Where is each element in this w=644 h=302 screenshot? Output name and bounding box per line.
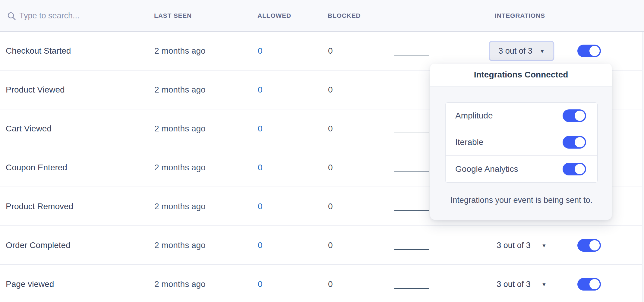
event-name: Checkout Started: [6, 46, 71, 56]
last-seen-value: 2 months ago: [154, 85, 206, 95]
blocked-count: 0: [328, 163, 333, 172]
event-name: Product Viewed: [6, 85, 65, 95]
integrations-dropdown[interactable]: 3 out of 3 ▼: [497, 279, 546, 289]
blocked-count: 0: [328, 241, 333, 250]
popover-body: Amplitude Iterable Google Analytics Inte…: [430, 87, 612, 205]
volume-dash-line: [394, 94, 429, 95]
volume-dash-line: [394, 210, 429, 211]
allowed-count-link[interactable]: 0: [258, 46, 263, 56]
integration-row: Iterable: [446, 129, 597, 156]
row-toggle[interactable]: [577, 278, 601, 291]
last-seen-value: 2 months ago: [154, 124, 206, 134]
integrations-dropdown-label: 3 out of 3: [498, 46, 532, 55]
events-table-page: LAST SEEN ALLOWED BLOCKED INTEGRATIONS C…: [0, 0, 644, 302]
integrations-dropdown-label: 3 out of 3: [497, 241, 531, 250]
allowed-count-link[interactable]: 0: [258, 163, 263, 172]
last-seen-value: 2 months ago: [154, 279, 206, 289]
last-seen-value: 2 months ago: [154, 241, 206, 250]
column-header-integrations: INTEGRATIONS: [495, 12, 545, 19]
blocked-count: 0: [328, 85, 333, 95]
event-name: Page viewed: [6, 279, 54, 289]
integrations-dropdown[interactable]: 3 out of 3 ▼: [489, 41, 554, 61]
column-header-allowed: ALLOWED: [257, 12, 291, 19]
popover-header: Integrations Connected: [430, 64, 612, 87]
blocked-count: 0: [328, 279, 333, 289]
last-seen-value: 2 months ago: [154, 202, 206, 211]
volume-dash-line: [394, 249, 429, 250]
event-name: Order Completed: [6, 241, 71, 250]
event-name: Cart Viewed: [6, 124, 52, 134]
volume-dash-line: [394, 55, 429, 56]
volume-dash-line: [394, 288, 429, 289]
integration-toggle[interactable]: [563, 136, 586, 149]
event-name: Coupon Entered: [6, 163, 67, 172]
table-row: Page viewed 2 months ago 0 0 3 out of 3 …: [0, 265, 644, 302]
allowed-count-link[interactable]: 0: [258, 202, 263, 211]
popover-footer-text: Integrations your event is being sent to…: [445, 195, 598, 205]
chevron-down-icon: ▼: [541, 242, 547, 248]
allowed-count-link[interactable]: 0: [258, 124, 263, 134]
integrations-dropdown[interactable]: 3 out of 3 ▼: [497, 241, 546, 250]
column-header-blocked: BLOCKED: [328, 12, 361, 19]
table-row: Order Completed 2 months ago 0 0 3 out o…: [0, 226, 644, 265]
table-right-gutter: [642, 32, 644, 302]
integration-name: Amplitude: [455, 111, 493, 121]
column-header-last-seen: LAST SEEN: [154, 12, 192, 19]
last-seen-value: 2 months ago: [154, 46, 206, 56]
integration-row: Google Analytics: [446, 156, 597, 182]
row-toggle[interactable]: [577, 239, 601, 252]
chevron-down-icon: ▼: [540, 48, 545, 54]
event-name: Product Removed: [6, 202, 73, 211]
integration-name: Google Analytics: [455, 164, 518, 174]
chevron-down-icon: ▼: [541, 281, 547, 287]
volume-dash-line: [394, 133, 429, 134]
volume-dash-line: [394, 171, 429, 172]
allowed-count-link[interactable]: 0: [258, 85, 263, 95]
integration-toggle[interactable]: [563, 163, 586, 175]
blocked-count: 0: [328, 202, 333, 211]
integration-list: Amplitude Iterable Google Analytics: [445, 102, 598, 183]
integrations-popover: Integrations Connected Amplitude Iterabl…: [430, 64, 612, 220]
last-seen-value: 2 months ago: [154, 163, 206, 172]
allowed-count-link[interactable]: 0: [258, 241, 263, 250]
popover-title: Integrations Connected: [474, 70, 568, 80]
integration-row: Amplitude: [446, 103, 597, 129]
integration-name: Iterable: [455, 137, 483, 147]
table-header: LAST SEEN ALLOWED BLOCKED INTEGRATIONS: [0, 0, 644, 32]
search-field[interactable]: [7, 0, 134, 32]
row-toggle[interactable]: [577, 45, 601, 57]
search-icon: [7, 11, 16, 21]
allowed-count-link[interactable]: 0: [258, 279, 263, 289]
blocked-count: 0: [328, 124, 333, 134]
integration-toggle[interactable]: [563, 109, 586, 122]
blocked-count: 0: [328, 46, 333, 56]
integrations-dropdown-label: 3 out of 3: [497, 279, 531, 289]
search-input[interactable]: [19, 7, 134, 25]
